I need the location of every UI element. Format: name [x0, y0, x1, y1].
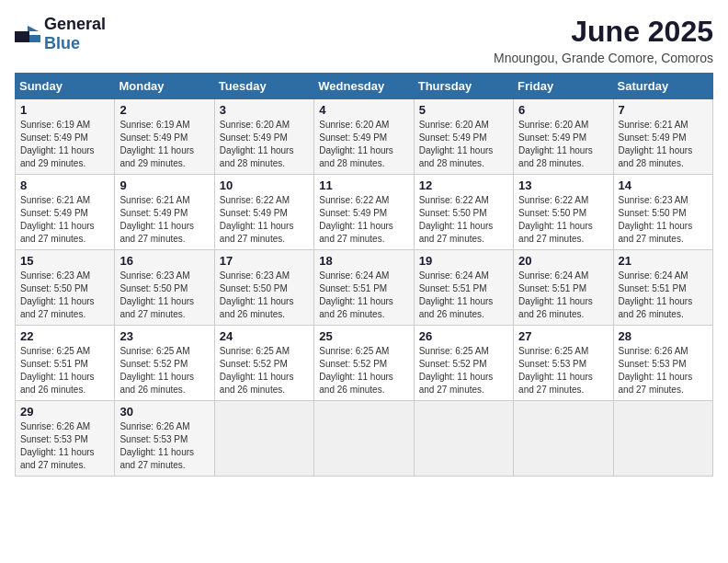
day-number: 8: [20, 178, 109, 192]
day-number: 28: [619, 329, 708, 343]
calendar-cell: 3Sunrise: 6:20 AMSunset: 5:49 PMDaylight…: [214, 99, 313, 175]
calendar-cell: 21Sunrise: 6:24 AMSunset: 5:51 PMDayligh…: [613, 250, 712, 326]
calendar-cell: 9Sunrise: 6:21 AMSunset: 5:49 PMDaylight…: [115, 175, 214, 250]
day-number: 17: [220, 254, 309, 268]
calendar-cell: 26Sunrise: 6:25 AMSunset: 5:52 PMDayligh…: [414, 326, 513, 401]
calendar-header-wednesday: Wednesday: [314, 74, 414, 99]
calendar-cell: 13Sunrise: 6:22 AMSunset: 5:50 PMDayligh…: [514, 175, 613, 250]
day-number: 13: [518, 178, 608, 192]
day-number: 7: [619, 103, 708, 117]
day-number: 16: [119, 254, 209, 268]
title-area: June 2025 Mnoungou, Grande Comore, Comor…: [494, 15, 713, 65]
day-info: Sunrise: 6:23 AMSunset: 5:50 PMDaylight:…: [119, 270, 209, 321]
calendar-header-friday: Friday: [514, 74, 613, 99]
calendar-cell: 8Sunrise: 6:21 AMSunset: 5:49 PMDaylight…: [16, 175, 115, 250]
day-info: Sunrise: 6:24 AMSunset: 5:51 PMDaylight:…: [619, 270, 708, 321]
day-number: 29: [20, 405, 109, 419]
month-title: June 2025: [494, 15, 713, 49]
logo: General Blue: [15, 15, 106, 53]
calendar-cell: 7Sunrise: 6:21 AMSunset: 5:49 PMDaylight…: [613, 99, 712, 175]
day-number: 18: [319, 254, 408, 268]
logo-text: General Blue: [44, 15, 106, 53]
day-info: Sunrise: 6:21 AMSunset: 5:49 PMDaylight:…: [119, 194, 209, 246]
day-info: Sunrise: 6:21 AMSunset: 5:49 PMDaylight:…: [20, 194, 109, 246]
calendar-cell: 28Sunrise: 6:26 AMSunset: 5:53 PMDayligh…: [613, 326, 712, 401]
page-header: General Blue June 2025 Mnoungou, Grande …: [15, 15, 713, 65]
day-info: Sunrise: 6:22 AMSunset: 5:50 PMDaylight:…: [518, 194, 608, 246]
calendar-header-monday: Monday: [115, 74, 214, 99]
day-info: Sunrise: 6:21 AMSunset: 5:49 PMDaylight:…: [619, 119, 708, 170]
calendar-week-4: 22Sunrise: 6:25 AMSunset: 5:51 PMDayligh…: [16, 326, 713, 401]
day-number: 30: [119, 405, 209, 419]
day-number: 14: [619, 178, 708, 192]
calendar-cell: [613, 401, 712, 477]
calendar-cell: 30Sunrise: 6:26 AMSunset: 5:53 PMDayligh…: [115, 401, 214, 477]
logo-general: General: [44, 15, 106, 33]
day-number: 1: [20, 103, 109, 117]
day-number: 5: [419, 103, 508, 117]
day-info: Sunrise: 6:20 AMSunset: 5:49 PMDaylight:…: [319, 119, 408, 170]
calendar-header-row: SundayMondayTuesdayWednesdayThursdayFrid…: [16, 74, 713, 99]
day-info: Sunrise: 6:25 AMSunset: 5:52 PMDaylight:…: [119, 345, 209, 396]
calendar-cell: 1Sunrise: 6:19 AMSunset: 5:49 PMDaylight…: [16, 99, 115, 175]
day-info: Sunrise: 6:19 AMSunset: 5:49 PMDaylight:…: [119, 119, 209, 170]
day-number: 20: [518, 254, 608, 268]
day-number: 26: [419, 329, 508, 343]
day-info: Sunrise: 6:25 AMSunset: 5:52 PMDaylight:…: [419, 345, 508, 396]
day-info: Sunrise: 6:24 AMSunset: 5:51 PMDaylight:…: [419, 270, 508, 321]
calendar-cell: 19Sunrise: 6:24 AMSunset: 5:51 PMDayligh…: [414, 250, 513, 326]
day-info: Sunrise: 6:22 AMSunset: 5:49 PMDaylight:…: [319, 194, 408, 246]
calendar-cell: 2Sunrise: 6:19 AMSunset: 5:49 PMDaylight…: [115, 99, 214, 175]
day-info: Sunrise: 6:26 AMSunset: 5:53 PMDaylight:…: [20, 420, 109, 472]
day-info: Sunrise: 6:20 AMSunset: 5:49 PMDaylight:…: [220, 119, 309, 170]
day-number: 22: [20, 329, 109, 343]
day-number: 4: [319, 103, 408, 117]
day-number: 25: [319, 329, 408, 343]
calendar-cell: 4Sunrise: 6:20 AMSunset: 5:49 PMDaylight…: [314, 99, 414, 175]
calendar-cell: [514, 401, 613, 477]
calendar-cell: 12Sunrise: 6:22 AMSunset: 5:50 PMDayligh…: [414, 175, 513, 250]
day-number: 19: [419, 254, 508, 268]
calendar-header-sunday: Sunday: [16, 74, 115, 99]
day-info: Sunrise: 6:20 AMSunset: 5:49 PMDaylight:…: [518, 119, 608, 170]
day-info: Sunrise: 6:26 AMSunset: 5:53 PMDaylight:…: [619, 345, 708, 396]
calendar-cell: 17Sunrise: 6:23 AMSunset: 5:50 PMDayligh…: [214, 250, 313, 326]
calendar-cell: 29Sunrise: 6:26 AMSunset: 5:53 PMDayligh…: [16, 401, 115, 477]
calendar-cell: 16Sunrise: 6:23 AMSunset: 5:50 PMDayligh…: [115, 250, 214, 326]
svg-rect-0: [15, 31, 29, 42]
calendar-cell: [314, 401, 414, 477]
calendar-cell: 20Sunrise: 6:24 AMSunset: 5:51 PMDayligh…: [514, 250, 613, 326]
calendar-cell: 23Sunrise: 6:25 AMSunset: 5:52 PMDayligh…: [115, 326, 214, 401]
day-number: 6: [518, 103, 608, 117]
day-info: Sunrise: 6:23 AMSunset: 5:50 PMDaylight:…: [619, 194, 708, 246]
day-number: 23: [119, 329, 209, 343]
day-info: Sunrise: 6:23 AMSunset: 5:50 PMDaylight:…: [20, 270, 109, 321]
day-info: Sunrise: 6:26 AMSunset: 5:53 PMDaylight:…: [119, 420, 209, 472]
day-number: 27: [518, 329, 608, 343]
calendar-table: SundayMondayTuesdayWednesdayThursdayFrid…: [15, 73, 713, 477]
day-info: Sunrise: 6:25 AMSunset: 5:51 PMDaylight:…: [20, 345, 109, 396]
day-number: 15: [20, 254, 109, 268]
day-info: Sunrise: 6:24 AMSunset: 5:51 PMDaylight:…: [319, 270, 408, 321]
calendar-header-thursday: Thursday: [414, 74, 513, 99]
calendar-cell: 27Sunrise: 6:25 AMSunset: 5:53 PMDayligh…: [514, 326, 613, 401]
location-subtitle: Mnoungou, Grande Comore, Comoros: [494, 51, 713, 65]
calendar-cell: 5Sunrise: 6:20 AMSunset: 5:49 PMDaylight…: [414, 99, 513, 175]
calendar-cell: 6Sunrise: 6:20 AMSunset: 5:49 PMDaylight…: [514, 99, 613, 175]
day-number: 10: [220, 178, 309, 192]
calendar-cell: 22Sunrise: 6:25 AMSunset: 5:51 PMDayligh…: [16, 326, 115, 401]
day-info: Sunrise: 6:23 AMSunset: 5:50 PMDaylight:…: [220, 270, 309, 321]
day-info: Sunrise: 6:24 AMSunset: 5:51 PMDaylight:…: [518, 270, 608, 321]
calendar-header-tuesday: Tuesday: [214, 74, 313, 99]
svg-marker-1: [28, 26, 39, 31]
day-number: 3: [220, 103, 309, 117]
day-info: Sunrise: 6:25 AMSunset: 5:52 PMDaylight:…: [319, 345, 408, 396]
calendar-cell: 18Sunrise: 6:24 AMSunset: 5:51 PMDayligh…: [314, 250, 414, 326]
svg-rect-2: [29, 35, 40, 42]
day-info: Sunrise: 6:22 AMSunset: 5:50 PMDaylight:…: [419, 194, 508, 246]
day-number: 21: [619, 254, 708, 268]
calendar-cell: 24Sunrise: 6:25 AMSunset: 5:52 PMDayligh…: [214, 326, 313, 401]
calendar-week-5: 29Sunrise: 6:26 AMSunset: 5:53 PMDayligh…: [16, 401, 713, 477]
calendar-cell: [214, 401, 313, 477]
day-number: 2: [119, 103, 209, 117]
